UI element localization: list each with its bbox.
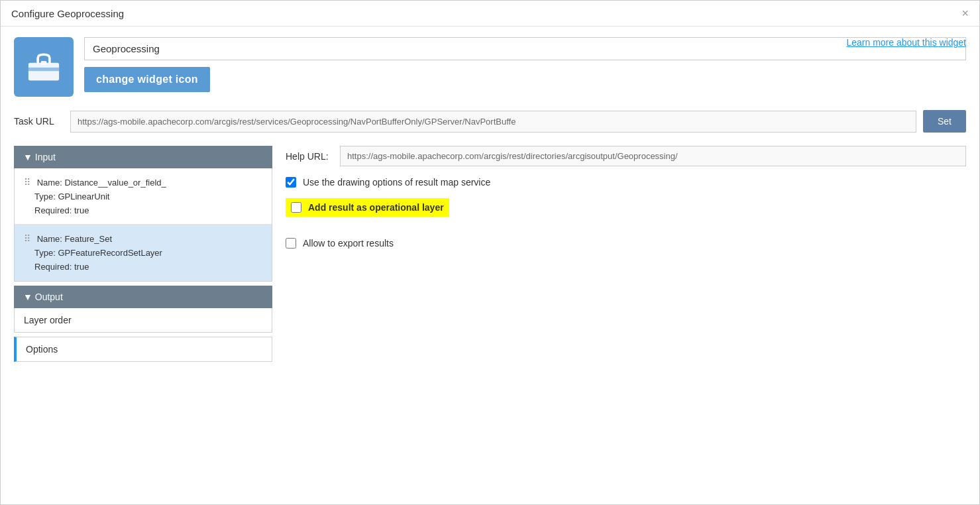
svg-rect-1 — [28, 68, 59, 71]
change-icon-button[interactable]: change widget icon — [84, 67, 210, 92]
close-button[interactable]: × — [961, 7, 969, 19]
dialog-titlebar: Configure Geoprocessing × — [1, 1, 979, 27]
layer-order-label: Layer order — [24, 315, 72, 325]
main-content: ▼ Input ⠿ Name: Distance__value_or_field… — [14, 146, 966, 362]
add-result-label[interactable]: Add result as operational layer — [308, 202, 444, 213]
add-result-wrapper: Add result as operational layer — [286, 198, 966, 227]
drag-handle-icon: ⠿ — [24, 177, 30, 188]
output-section-label: ▼ Output — [23, 292, 63, 302]
drawing-options-checkbox[interactable] — [286, 177, 296, 188]
header-right: change widget icon — [84, 37, 966, 92]
help-url-label: Help URL: — [286, 151, 333, 162]
toolbox-svg-icon — [26, 51, 62, 83]
set-button[interactable]: Set — [923, 110, 966, 133]
allow-export-checkbox[interactable] — [286, 238, 296, 249]
input-item-1-type: Type: GPFeatureRecordSetLayer — [24, 248, 162, 258]
input-section-header[interactable]: ▼ Input — [14, 146, 272, 168]
input-item-0-type: Type: GPLinearUnit — [24, 192, 109, 201]
task-url-input[interactable] — [70, 111, 916, 133]
allow-export-row: Allow to export results — [286, 238, 966, 249]
drag-handle-icon-1: ⠿ — [24, 233, 30, 244]
input-item-0[interactable]: ⠿ Name: Distance__value_or_field_ Type: … — [15, 168, 272, 225]
output-section: ▼ Output — [14, 286, 272, 308]
input-item-0-required: Required: true — [24, 205, 89, 215]
input-item-1-name: Name: Feature_Set — [37, 234, 112, 244]
configure-geoprocessing-dialog: Configure Geoprocessing × — [0, 0, 980, 505]
dialog-title: Configure Geoprocessing — [11, 8, 124, 19]
allow-export-label[interactable]: Allow to export results — [303, 238, 394, 249]
layer-order-item[interactable]: Layer order — [14, 308, 272, 333]
widget-name-input[interactable] — [84, 37, 966, 60]
left-panel: ▼ Input ⠿ Name: Distance__value_or_field… — [14, 146, 272, 362]
change-icon-btn-wrapper: change widget icon — [84, 67, 966, 92]
input-item-0-name: Name: Distance__value_or_field_ — [37, 178, 166, 188]
svg-rect-2 — [41, 61, 47, 64]
dialog-body: change widget icon Learn more about this… — [1, 27, 979, 372]
learn-more-link[interactable]: Learn more about this widget — [846, 37, 966, 48]
add-result-checkbox[interactable] — [291, 202, 301, 213]
right-panel: Help URL: Use the drawing options of res… — [286, 146, 966, 259]
task-url-row: Task URL Set — [14, 110, 966, 133]
drawing-options-label[interactable]: Use the drawing options of result map se… — [303, 177, 490, 188]
options-item[interactable]: Options — [14, 337, 272, 362]
input-section-label: ▼ Input — [23, 152, 56, 162]
input-item-1[interactable]: ⠿ Name: Feature_Set Type: GPFeatureRecor… — [15, 225, 272, 280]
task-url-label: Task URL — [14, 116, 64, 127]
options-label: Options — [26, 344, 58, 355]
svg-rect-0 — [28, 63, 59, 81]
input-item-1-required: Required: true — [24, 262, 89, 272]
add-result-row: Add result as operational layer — [286, 198, 449, 217]
input-items-list: ⠿ Name: Distance__value_or_field_ Type: … — [14, 168, 272, 282]
header-row: change widget icon Learn more about this… — [14, 37, 966, 97]
help-url-row: Help URL: — [286, 146, 966, 166]
drawing-options-row: Use the drawing options of result map se… — [286, 177, 966, 188]
help-url-input[interactable] — [340, 146, 966, 166]
widget-icon-box[interactable] — [14, 37, 74, 97]
output-section-header[interactable]: ▼ Output — [14, 286, 272, 308]
